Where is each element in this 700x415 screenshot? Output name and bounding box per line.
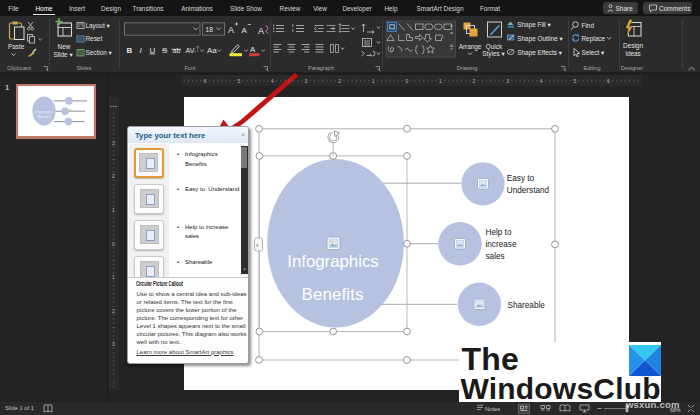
svg-text:3: 3 bbox=[506, 78, 509, 84]
svg-text:6: 6 bbox=[204, 78, 207, 84]
svg-text:Notes: Notes bbox=[485, 406, 500, 412]
svg-text:1: 1 bbox=[372, 78, 375, 84]
svg-text:2: 2 bbox=[112, 173, 115, 179]
svg-text:Benefits: Benefits bbox=[302, 285, 364, 304]
svg-text:0: 0 bbox=[112, 241, 115, 247]
svg-text:sales: sales bbox=[486, 252, 505, 261]
svg-text:0: 0 bbox=[405, 78, 408, 84]
svg-text:6: 6 bbox=[607, 78, 610, 84]
svg-text:Help to: Help to bbox=[486, 228, 512, 237]
svg-text:3: 3 bbox=[305, 78, 308, 84]
svg-text:1: 1 bbox=[112, 207, 115, 213]
svg-text:Infographics: Infographics bbox=[287, 252, 379, 271]
svg-text:Infographics: Infographics bbox=[34, 110, 53, 114]
svg-text:Easy to: Easy to bbox=[507, 174, 535, 183]
svg-text:2: 2 bbox=[338, 78, 341, 84]
svg-text:Benefits: Benefits bbox=[38, 115, 51, 119]
svg-text:3: 3 bbox=[112, 341, 115, 347]
svg-text:2: 2 bbox=[112, 308, 115, 314]
svg-text:1: 1 bbox=[112, 274, 115, 280]
svg-text:3: 3 bbox=[112, 140, 115, 146]
svg-text:4: 4 bbox=[540, 78, 543, 84]
svg-text:Shareable: Shareable bbox=[508, 301, 546, 310]
svg-text:2: 2 bbox=[473, 78, 476, 84]
svg-text:increase: increase bbox=[486, 240, 517, 249]
svg-text:1: 1 bbox=[439, 78, 442, 84]
svg-text:5: 5 bbox=[573, 78, 576, 84]
svg-text:4: 4 bbox=[271, 78, 274, 84]
svg-text:Understand: Understand bbox=[507, 186, 550, 195]
svg-text:5: 5 bbox=[237, 78, 240, 84]
